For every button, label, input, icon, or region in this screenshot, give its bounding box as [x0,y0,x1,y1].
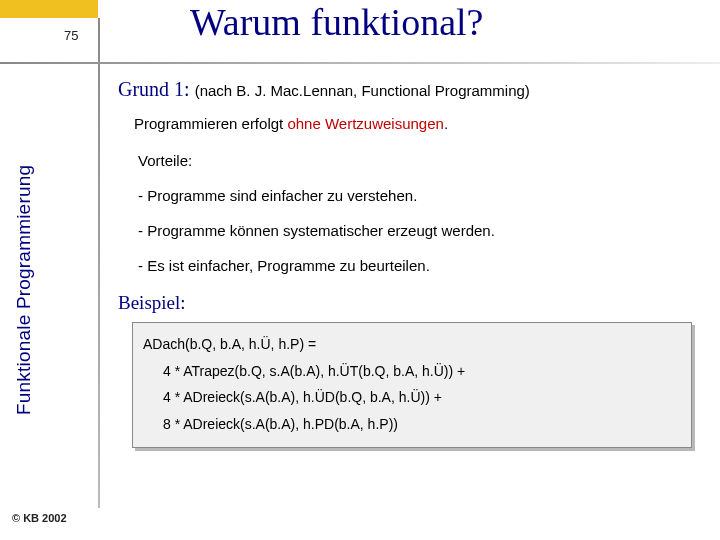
slide-title: Warum funktional? [190,0,483,44]
grund-heading: Grund 1: (nach B. J. Mac.Lennan, Functio… [118,78,708,101]
vorteile-item: - Es ist einfacher, Programme zu beurtei… [138,257,708,274]
copyright: © KB 2002 [12,512,67,524]
grund-heading-label: Grund 1: [118,78,190,100]
code-line: 8 * ADreieck(s.A(b.A), h.PD(b.A, h.P)) [143,411,681,438]
subheading: Programmieren erfolgt ohne Wertzuweisung… [134,115,708,132]
code-line: 4 * ADreieck(s.A(b.A), h.ÜD(b.Q, b.A, h.… [143,384,681,411]
sidebar-label-text: Funktionale Programmierung [13,150,35,430]
subheading-suffix: . [444,115,448,132]
vorteile-label: Vorteile: [138,152,708,169]
vorteile-item: - Programme sind einfacher zu verstehen. [138,187,708,204]
corner-accent [0,0,98,18]
vorteile-item: - Programme können systematischer erzeug… [138,222,708,239]
slide-content: Grund 1: (nach B. J. Mac.Lennan, Functio… [118,78,708,448]
code-box: ADach(b.Q, b.A, h.Ü, h.P) = 4 * ATrapez(… [132,322,692,448]
code-line: ADach(b.Q, b.A, h.Ü, h.P) = [143,331,681,358]
horizontal-divider [0,62,720,64]
code-line: 4 * ATrapez(b.Q, s.A(b.A), h.ÜT(b.Q, b.A… [143,358,681,385]
subheading-highlight: ohne Wertzuweisungen [287,115,444,132]
grund-reference: (nach B. J. Mac.Lennan, Functional Progr… [195,82,530,99]
sidebar-label: Funktionale Programmierung [13,150,43,430]
subheading-prefix: Programmieren erfolgt [134,115,287,132]
beispiel-label: Beispiel: [118,292,708,314]
vertical-divider [98,18,100,508]
slide-number: 75 [64,28,78,43]
